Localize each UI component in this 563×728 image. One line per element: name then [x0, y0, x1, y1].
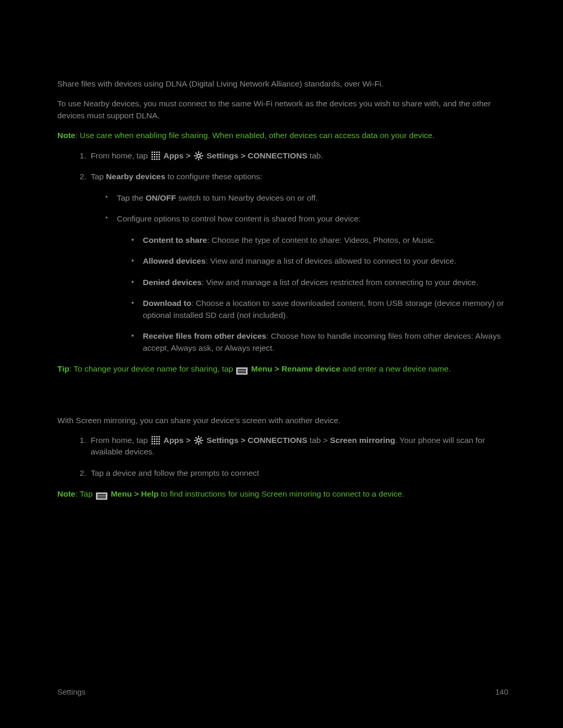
- svg-point-30: [154, 440, 155, 442]
- sm-settings-label: Settings > CONNECTIONS: [204, 436, 308, 445]
- sm-note-prefix: : Tap: [75, 489, 95, 498]
- svg-point-3: [158, 151, 160, 153]
- footer-left: Settings: [57, 686, 85, 698]
- opt-denied-devices: Denied devices: View and manage a list o…: [131, 277, 506, 288]
- svg-point-31: [156, 440, 157, 442]
- apps-label: Apps >: [162, 151, 193, 160]
- svg-point-2: [156, 151, 157, 153]
- svg-point-21: [151, 436, 153, 437]
- sub-item-configure: Configure options to control how content…: [105, 213, 506, 354]
- sm-step1-bold2: Screen mirroring: [330, 436, 395, 445]
- footer-right: 140: [495, 686, 508, 698]
- note-line: Note: Use care when enabling file sharin…: [57, 130, 506, 141]
- svg-point-33: [151, 443, 153, 445]
- svg-rect-40: [97, 496, 106, 497]
- opt3-bold: Denied devices: [143, 278, 202, 287]
- svg-point-0: [151, 151, 153, 153]
- screen-mirror-intro: With Screen mirroring, you can share you…: [57, 415, 506, 426]
- svg-point-27: [156, 438, 157, 440]
- intro-paragraph-1: Share files with devices using DLNA (Dig…: [57, 78, 506, 90]
- step-2: Tap Nearby devices to configure these op…: [89, 171, 506, 354]
- menu-lines-icon: [236, 366, 248, 374]
- svg-rect-41: [97, 498, 106, 499]
- svg-point-32: [158, 440, 160, 442]
- svg-point-7: [158, 154, 160, 155]
- step2-suffix: to configure these options:: [165, 172, 262, 181]
- svg-point-37: [197, 439, 200, 442]
- svg-point-22: [154, 436, 155, 437]
- tip-line: Tip: To change your device name for shar…: [57, 363, 506, 375]
- step2-bold: Nearby devices: [106, 172, 165, 181]
- svg-point-26: [154, 438, 155, 440]
- opt-receive-files: Receive files from other devices: Choose…: [131, 330, 506, 354]
- tip-prefix: : To change your device name for sharing…: [69, 364, 236, 373]
- svg-rect-19: [238, 371, 246, 372]
- sm-note-line: Note: Tap Menu > Help to find instructio…: [57, 488, 506, 500]
- svg-point-9: [154, 156, 155, 157]
- opt2-text: : View and manage a list of devices allo…: [206, 256, 457, 265]
- gear-icon: [194, 436, 203, 445]
- apps-grid-icon: [151, 436, 161, 445]
- svg-point-4: [151, 154, 153, 155]
- svg-point-13: [154, 158, 155, 160]
- opt-download-to: Download to: Choose a location to save d…: [131, 298, 506, 321]
- tip-suffix: and enter a new device name.: [340, 364, 451, 373]
- svg-point-35: [156, 443, 157, 445]
- opt-content-to-share: Content to share: Choose the type of con…: [131, 235, 506, 246]
- svg-point-16: [197, 154, 200, 157]
- opt5-bold: Receive files from other devices: [143, 331, 266, 340]
- sm-step-2: Tap a device and follow the prompts to c…: [89, 467, 506, 479]
- step2-prefix: Tap: [91, 172, 106, 181]
- svg-point-14: [156, 158, 157, 160]
- svg-point-28: [158, 438, 160, 440]
- svg-point-25: [151, 438, 153, 440]
- sub1-bold: ON/OFF: [145, 193, 176, 202]
- svg-rect-39: [97, 494, 106, 495]
- svg-point-6: [156, 154, 157, 155]
- svg-point-8: [151, 156, 153, 157]
- sm-step1-prefix: From home, tap: [91, 436, 150, 445]
- steps-list-1: From home, tap Apps > Settings > CONNECT…: [57, 150, 506, 354]
- document-page: Share files with devices using DLNA (Dig…: [0, 0, 563, 500]
- svg-rect-18: [238, 369, 246, 370]
- opt1-text: : Choose the type of content to share: V…: [207, 236, 435, 244]
- page-footer: Settings 140: [57, 686, 508, 698]
- opt4-text: : Choose a location to save downloaded c…: [143, 299, 504, 319]
- svg-point-5: [154, 154, 155, 155]
- note-text: : Use care when enabling file sharing. W…: [75, 131, 434, 140]
- opt4-bold: Download to: [143, 299, 191, 307]
- section-gap: [57, 384, 506, 415]
- sm-step2-text: Tap a device and follow the prompts to c…: [91, 468, 259, 477]
- svg-point-12: [151, 158, 153, 160]
- sm-note-bold: Menu > Help: [108, 489, 158, 498]
- sm-step-1: From home, tap Apps > Settings > CONNECT…: [89, 435, 506, 458]
- tip-bold: Menu > Rename device: [249, 364, 340, 373]
- opt1-bold: Content to share: [143, 236, 207, 244]
- sub-list: Tap the ON/OFF switch to turn Nearby dev…: [91, 192, 506, 354]
- sub1-suffix: switch to turn Nearby devices on or off.: [176, 193, 318, 202]
- svg-point-23: [156, 436, 157, 437]
- opt2-bold: Allowed devices: [143, 256, 206, 265]
- settings-label: Settings > CONNECTIONS: [204, 151, 308, 160]
- intro-paragraph-2: To use Nearby devices, you must connect …: [57, 98, 506, 121]
- sm-note-suffix: to find instructions for using Screen mi…: [158, 489, 404, 498]
- menu-lines-icon: [96, 491, 107, 499]
- sub-item-onoff: Tap the ON/OFF switch to turn Nearby dev…: [105, 192, 506, 204]
- apps-grid-icon: [151, 151, 161, 161]
- svg-point-24: [158, 436, 160, 437]
- tip-label: Tip: [57, 364, 69, 373]
- steps-list-2: From home, tap Apps > Settings > CONNECT…: [57, 435, 506, 479]
- sm-note-label: Note: [57, 489, 75, 498]
- svg-rect-20: [238, 372, 246, 373]
- sm-apps-label: Apps >: [162, 436, 193, 445]
- step1-suffix: tab.: [308, 151, 323, 160]
- svg-point-1: [154, 151, 155, 153]
- svg-point-29: [151, 440, 153, 442]
- svg-point-34: [154, 443, 155, 445]
- step1-prefix: From home, tap: [91, 151, 150, 160]
- sm-step1-mid: tab >: [308, 436, 331, 445]
- sub1-prefix: Tap the: [117, 193, 145, 202]
- svg-point-10: [156, 156, 157, 157]
- options-list: Content to share: Choose the type of con…: [117, 235, 506, 354]
- gear-icon: [194, 151, 203, 161]
